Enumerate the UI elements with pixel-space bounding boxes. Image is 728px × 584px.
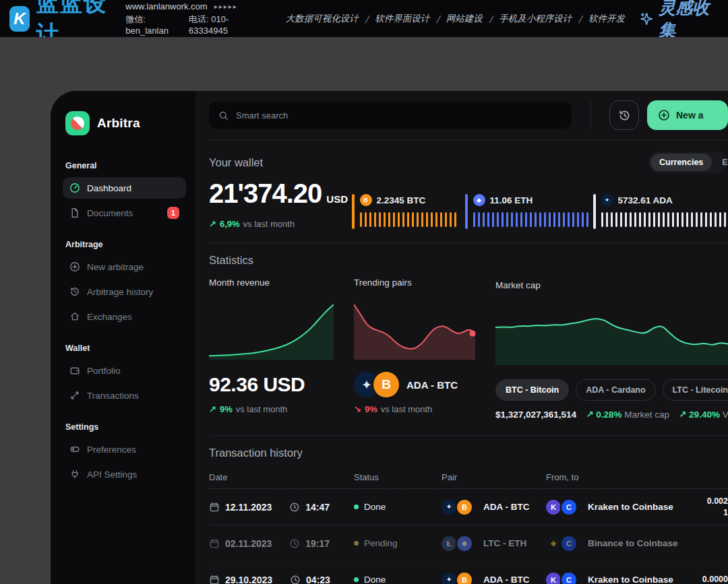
site-url[interactable]: www.lanlanwork.com bbox=[125, 1, 207, 11]
topbar-divider bbox=[590, 101, 591, 129]
new-button-label: New a bbox=[676, 110, 703, 121]
service-separator: / bbox=[578, 13, 582, 24]
table-row[interactable]: 29.10.202304:23Done✦BADA - BTCKCKraken t… bbox=[209, 562, 728, 584]
coinbase-icon: C bbox=[562, 500, 576, 515]
site-logo-icon: K bbox=[9, 6, 30, 32]
sidebar-item-label: Transactions bbox=[87, 391, 139, 401]
column-header: Pair bbox=[442, 472, 546, 482]
notification-badge: 1 bbox=[167, 207, 179, 219]
kraken-icon: K bbox=[546, 500, 561, 515]
vol-change-value: 29.40% bbox=[689, 410, 720, 420]
site-header: K 蓝蓝设计 www.lanlanwork.com ▸▸▸▸▸ 微信: ben_… bbox=[0, 0, 728, 37]
wallet-tab-exchanges[interactable]: Exchanges bbox=[713, 154, 728, 171]
history-button[interactable] bbox=[609, 100, 639, 130]
holding-bars bbox=[473, 212, 594, 227]
tx-route: Binance to Coinbase bbox=[588, 538, 678, 548]
plug-icon bbox=[69, 469, 80, 480]
sidebar-item-preferences[interactable]: Preferences bbox=[63, 439, 186, 460]
wallet-icon bbox=[69, 365, 80, 376]
new-arbitrage-button[interactable]: New a bbox=[647, 100, 728, 130]
holding-label: 2.2345 BTC bbox=[377, 195, 426, 205]
eth-icon: ◆ bbox=[457, 536, 472, 551]
wechat-contact: 微信: ben_lanlan bbox=[125, 13, 177, 36]
service-item: 软件开发 bbox=[588, 13, 625, 25]
holding-divider bbox=[593, 194, 596, 229]
sidebar-item-label: Exchanges bbox=[87, 312, 132, 322]
month-change-suffix: vs last month bbox=[236, 404, 288, 414]
vol-change-label: Volume (24 bbox=[723, 410, 728, 420]
sidebar-item-portfolio[interactable]: Portfolio bbox=[63, 360, 186, 381]
pair-pill-ltc[interactable]: LTC - Litecoin bbox=[663, 379, 728, 401]
holding-bars bbox=[601, 212, 728, 227]
gauge-icon bbox=[69, 183, 80, 193]
column-header: From, to bbox=[546, 472, 681, 482]
service-item: 大数据可视化设计 bbox=[286, 13, 359, 25]
sidebar-item-arbitrage-history[interactable]: Arbitrage history bbox=[63, 281, 186, 302]
sidebar-item-dashboard[interactable]: Dashboard bbox=[63, 177, 186, 199]
service-separator: / bbox=[365, 13, 369, 24]
wallet-section: Your wallet CurrenciesExchanges 21'374.2… bbox=[209, 140, 728, 243]
tx-date: 29.10.2023 bbox=[225, 575, 272, 584]
change-arrow: ↗ bbox=[209, 219, 216, 229]
ada-icon: ✦ bbox=[601, 194, 613, 206]
sidebar-item-api-settings[interactable]: API Settings bbox=[63, 463, 186, 485]
tx-pair: ADA - BTC bbox=[483, 502, 530, 512]
holding-divider bbox=[465, 194, 468, 229]
trending-change-suffix: vs last month bbox=[381, 404, 433, 414]
tx-amount: 0.0000 bbox=[681, 574, 728, 584]
sidebar-item-new-arbitrage[interactable]: New arbitrage bbox=[63, 256, 186, 278]
search-input[interactable] bbox=[235, 110, 562, 121]
column-header: Date bbox=[209, 472, 354, 482]
market-cap-label: Market cap bbox=[495, 280, 541, 294]
inspiration-collect[interactable]: 灵感收集 bbox=[640, 0, 712, 41]
service-item: 软件界面设计 bbox=[375, 13, 429, 25]
sidebar-item-documents[interactable]: Documents1 bbox=[63, 202, 186, 224]
history-icon bbox=[618, 109, 631, 122]
service-separator: / bbox=[436, 13, 439, 24]
status-dot bbox=[354, 505, 359, 509]
statistics-section: Statistics Month revenue 92.36 USD ↗ 9% … bbox=[209, 243, 728, 436]
ada-icon: ✦ bbox=[442, 500, 456, 515]
table-row[interactable]: 02.11.202319:17PendingŁ◆LTC - ETH◆CBinan… bbox=[209, 525, 728, 562]
holding-bars bbox=[360, 212, 466, 227]
app-brand[interactable]: Arbitra bbox=[65, 111, 183, 135]
calendar-icon bbox=[209, 502, 220, 513]
btc-icon: B bbox=[457, 500, 472, 515]
search-box[interactable] bbox=[209, 102, 572, 129]
tx-pair: LTC - ETH bbox=[483, 538, 526, 548]
sidebar-item-exchanges[interactable]: Exchanges bbox=[63, 306, 186, 327]
topbar: New a bbox=[209, 91, 728, 140]
nav-section-label: Arbitrage bbox=[65, 240, 183, 249]
tx-date: 12.11.2023 bbox=[225, 502, 272, 513]
service-separator: / bbox=[489, 13, 493, 24]
sidebar-nav: GeneralDashboardDocuments1ArbitrageNew a… bbox=[65, 161, 183, 485]
bank-icon bbox=[69, 311, 80, 322]
pair-pill-btc[interactable]: BTC - Bitcoin bbox=[495, 379, 569, 401]
clock-icon bbox=[289, 538, 300, 549]
status-dot bbox=[354, 541, 359, 546]
nav-section-label: Settings bbox=[65, 422, 183, 432]
swap-icon bbox=[69, 390, 80, 401]
binance-icon: ◆ bbox=[546, 536, 561, 551]
wallet-tabs: CurrenciesExchanges bbox=[648, 152, 728, 173]
calendar-icon bbox=[209, 538, 220, 549]
toggle-icon bbox=[69, 444, 80, 455]
status-badge: Pending bbox=[364, 538, 398, 548]
status-badge: Done bbox=[364, 502, 386, 512]
tx-time: 19:17 bbox=[305, 538, 330, 549]
sidebar-item-label: Documents bbox=[87, 208, 133, 218]
wallet-tab-currencies[interactable]: Currencies bbox=[650, 154, 712, 171]
statistics-title: Statistics bbox=[209, 254, 728, 267]
tx-date: 02.11.2023 bbox=[225, 538, 272, 549]
tx-time: 14:47 bbox=[305, 502, 330, 513]
sidebar-item-transactions[interactable]: Transactions bbox=[63, 385, 186, 406]
month-change-value: 9% bbox=[220, 404, 233, 414]
month-revenue-label: Month revenue bbox=[209, 278, 334, 291]
pair-pill-ada[interactable]: ADA - Cardano bbox=[576, 379, 655, 401]
page-background: Arbitra GeneralDashboardDocuments1Arbitr… bbox=[0, 37, 728, 584]
table-row[interactable]: 12.11.202314:47Done✦BADA - BTCKCKraken t… bbox=[209, 489, 728, 525]
sidebar-item-label: Preferences bbox=[87, 445, 136, 455]
nav-section-label: Wallet bbox=[65, 344, 183, 353]
eth-icon: ◆ bbox=[473, 194, 485, 206]
holding-ada: ✦5732.61 ADA bbox=[593, 194, 728, 229]
